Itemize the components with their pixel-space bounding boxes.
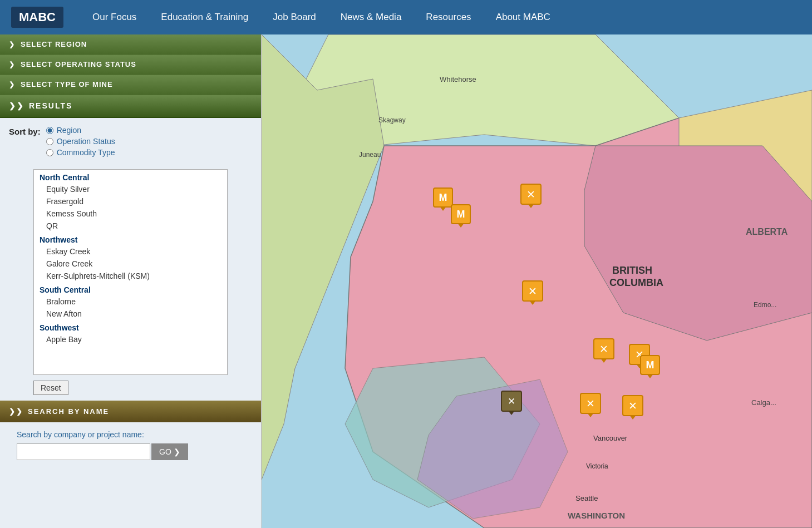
list-item[interactable]: Bralorne xyxy=(34,295,227,308)
sort-operation-option[interactable]: Operation Status xyxy=(46,137,115,146)
washington-label: WASHINGTON xyxy=(568,511,625,520)
list-item[interactable]: Kemess South xyxy=(34,208,227,220)
nav-about-mabc[interactable]: About MABC xyxy=(484,12,563,23)
map-marker-dark[interactable]: ✕ xyxy=(501,391,521,411)
skagway-label: Skagway xyxy=(378,116,406,124)
edmonton-label: Edmo... xyxy=(754,301,776,309)
map-marker-pickaxe1[interactable]: ✕ xyxy=(520,184,540,204)
sidebar: ❯ SELECT REGION ❯ SELECT OPERATING STATU… xyxy=(0,34,262,528)
search-bar-label: SEARCH BY NAME xyxy=(28,407,109,416)
sort-commodity-option[interactable]: Commodity Type xyxy=(46,148,115,157)
alberta-label: ALBERTA xyxy=(746,227,788,236)
sort-commodity-radio[interactable] xyxy=(46,149,53,156)
list-item[interactable]: Kerr-Sulphrets-Mitchell (KSM) xyxy=(34,270,227,282)
select-type-of-mine-label: SELECT TYPE OF MINE xyxy=(21,80,113,88)
sort-section: Sort by: Region Operation Status Commodi… xyxy=(0,118,261,165)
select-type-of-mine-bar[interactable]: ❯ SELECT TYPE OF MINE xyxy=(0,75,261,95)
region-header: North Central xyxy=(34,170,227,183)
reset-section: Reset xyxy=(0,375,261,401)
map-marker-pickaxe3[interactable]: ✕ xyxy=(593,338,613,358)
victoria-label: Victoria xyxy=(586,462,608,470)
sort-radio-group: Region Operation Status Commodity Type xyxy=(46,126,115,157)
map-marker-m2[interactable]: M xyxy=(451,204,471,224)
list-item[interactable]: Eskay Creek xyxy=(34,245,227,258)
select-region-bar[interactable]: ❯ SELECT REGION xyxy=(0,34,261,55)
sort-region-radio[interactable] xyxy=(46,127,53,134)
bc-label2: COLUMBIA xyxy=(609,277,663,288)
sort-operation-label: Operation Status xyxy=(57,137,115,146)
results-bar[interactable]: ❯❯ RESULTS xyxy=(0,95,261,118)
list-item[interactable]: QR xyxy=(34,220,227,232)
nav-job-board[interactable]: Job Board xyxy=(260,12,328,23)
select-region-label: SELECT REGION xyxy=(21,40,87,48)
go-arrow-icon: ❯ xyxy=(174,447,180,456)
search-input[interactable] xyxy=(17,443,150,460)
region-header: South Central xyxy=(34,282,227,295)
sort-commodity-label: Commodity Type xyxy=(57,148,115,157)
vancouver-label: Vancouver xyxy=(593,434,628,442)
search-by-name-bar[interactable]: ❯❯ SEARCH BY NAME xyxy=(0,401,261,422)
operating-status-arrow-icon: ❯ xyxy=(9,61,15,68)
sort-by-label: Sort by: xyxy=(9,127,41,136)
sort-region-option[interactable]: Region xyxy=(46,126,115,135)
juneau-label: Juneau xyxy=(359,151,381,159)
region-header: Northwest xyxy=(34,232,227,245)
navbar: MABC Our Focus Education & Training Job … xyxy=(0,0,812,34)
go-button[interactable]: GO ❯ xyxy=(151,443,188,460)
results-list[interactable]: North CentralEquity SilverFrasergoldKeme… xyxy=(33,169,228,375)
sort-region-label: Region xyxy=(57,126,81,135)
nav-resources[interactable]: Resources xyxy=(414,12,483,23)
calgary-label: Calga... xyxy=(751,398,776,407)
region-header: Southwest xyxy=(34,320,227,333)
select-operating-status-label: SELECT OPERATING STATUS xyxy=(21,60,136,68)
list-item[interactable]: Equity Silver xyxy=(34,183,227,195)
list-item[interactable]: New Afton xyxy=(34,308,227,320)
map-marker-pickaxe5[interactable]: ✕ xyxy=(580,393,600,413)
type-of-mine-arrow-icon: ❯ xyxy=(9,81,15,88)
main-layout: ❯ SELECT REGION ❯ SELECT OPERATING STATU… xyxy=(0,34,812,528)
results-arrow-icon: ❯❯ xyxy=(9,101,24,110)
map-marker-m1[interactable]: M xyxy=(433,187,453,208)
sort-operation-radio[interactable] xyxy=(46,138,53,145)
search-arrow-icon: ❯❯ xyxy=(9,407,23,416)
whitehorse-label: Whitehorse xyxy=(440,75,476,83)
nav-news-media[interactable]: News & Media xyxy=(328,12,414,23)
map-marker-pickaxe2[interactable]: ✕ xyxy=(522,280,542,300)
list-item[interactable]: Apple Bay xyxy=(34,333,227,346)
seattle-label: Seattle xyxy=(575,494,598,502)
go-button-label: GO xyxy=(159,447,171,456)
map-area: BRITISH COLUMBIA ALBERTA WASHINGTON Whit… xyxy=(262,34,812,528)
nav-our-focus[interactable]: Our Focus xyxy=(80,12,149,23)
bc-label: BRITISH xyxy=(612,265,652,276)
map-marker-m3[interactable]: M xyxy=(640,355,660,375)
reset-button[interactable]: Reset xyxy=(33,381,68,395)
list-item[interactable]: Frasergold xyxy=(34,195,227,208)
list-item[interactable]: Galore Creek xyxy=(34,258,227,270)
results-label: RESULTS xyxy=(29,101,72,110)
search-description: Search by company or project name: xyxy=(17,430,244,439)
search-section: Search by company or project name: GO ❯ xyxy=(0,422,261,468)
select-operating-status-bar[interactable]: ❯ SELECT OPERATING STATUS xyxy=(0,55,261,75)
nav-education-training[interactable]: Education & Training xyxy=(149,12,260,23)
map-marker-pickaxe6[interactable]: ✕ xyxy=(622,395,642,415)
logo[interactable]: MABC xyxy=(11,7,63,28)
region-arrow-icon: ❯ xyxy=(9,41,15,48)
